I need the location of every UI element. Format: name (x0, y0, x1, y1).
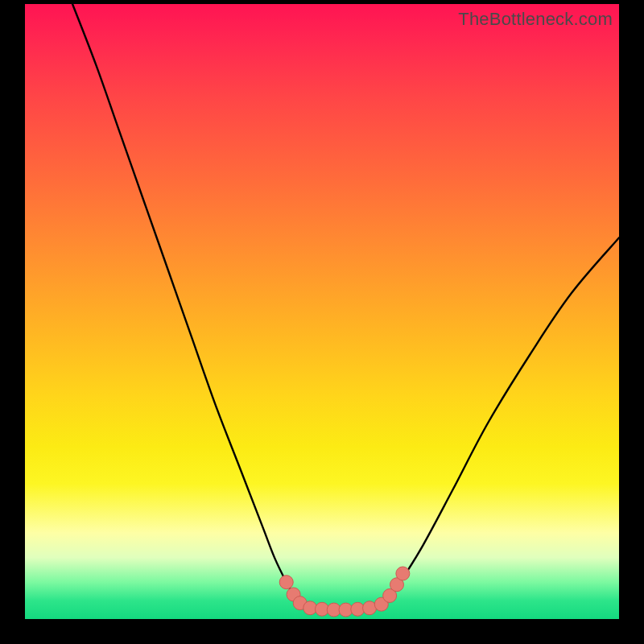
data-marker (396, 567, 410, 580)
data-marker (279, 576, 293, 589)
chart-frame: TheBottleneck.com (0, 0, 644, 644)
chart-svg (25, 4, 619, 619)
marker-group (279, 567, 410, 617)
curve-path (72, 4, 619, 610)
plot-area: TheBottleneck.com (25, 4, 619, 619)
